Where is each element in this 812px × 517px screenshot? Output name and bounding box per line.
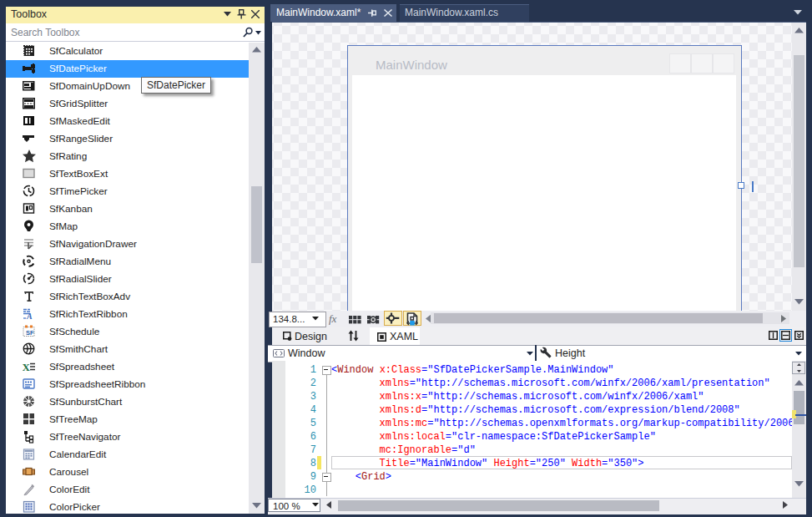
svg-text:SF: SF xyxy=(26,329,34,337)
svg-text:X: X xyxy=(23,361,31,373)
svg-text:A: A xyxy=(26,312,33,321)
